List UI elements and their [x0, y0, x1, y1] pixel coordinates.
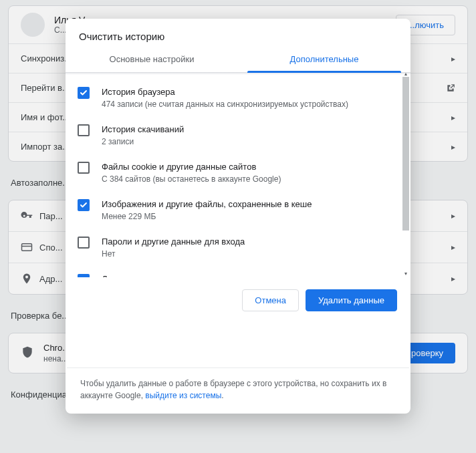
cancel-button[interactable]: Отмена — [242, 289, 299, 311]
dialog-title: Очистить историю — [66, 19, 410, 46]
options-scroll[interactable]: ▴ История браузера474 записи (не считая … — [66, 73, 410, 277]
option-title: История браузера — [102, 86, 401, 98]
modal-overlay: Очистить историю Основные настройки Допо… — [0, 0, 476, 453]
dialog-actions: Отмена Удалить данные — [66, 277, 410, 317]
scroll-down-icon[interactable]: ▾ — [402, 271, 409, 277]
option-title: Изображения и другие файлы, сохраненные … — [102, 198, 401, 210]
clear-data-dialog: Очистить историю Основные настройки Допо… — [66, 19, 410, 414]
option-row: История скачиваний2 записи — [78, 117, 401, 154]
option-title: Данные для автозаполнения — [102, 273, 401, 277]
checkbox[interactable] — [78, 237, 90, 249]
checkbox[interactable] — [78, 199, 90, 211]
option-row: Данные для автозаполнения12 вариантов (д… — [78, 267, 401, 277]
option-sub: С 384 сайтов (вы останетесь в аккаунте G… — [102, 174, 401, 185]
dialog-footer: Чтобы удалить данные о работе в браузере… — [67, 367, 409, 414]
option-sub: Менее 229 МБ — [102, 211, 401, 222]
option-title: История скачиваний — [102, 124, 401, 136]
option-row: Пароли и другие данные для входаНет — [78, 229, 401, 267]
confirm-button[interactable]: Удалить данные — [306, 289, 397, 311]
checkbox[interactable] — [78, 87, 90, 99]
option-title: Пароли и другие данные для входа — [102, 236, 401, 248]
option-sub: Нет — [102, 249, 401, 260]
option-sub: 474 записи (не считая данных на синхрони… — [102, 99, 401, 110]
signout-link[interactable]: выйдите из системы — [145, 391, 221, 400]
tab-basic[interactable]: Основные настройки — [66, 46, 238, 72]
option-title: Файлы cookie и другие данные сайтов — [102, 161, 401, 173]
scrollbar-thumb[interactable] — [402, 77, 409, 231]
option-row: Файлы cookie и другие данные сайтовС 384… — [78, 154, 401, 192]
option-row: Изображения и другие файлы, сохраненные … — [78, 192, 401, 229]
checkbox[interactable] — [78, 124, 90, 136]
checkbox[interactable] — [78, 274, 90, 277]
option-row: История браузера474 записи (не считая да… — [78, 80, 401, 117]
tab-advanced[interactable]: Дополнительные — [238, 46, 410, 72]
dialog-tabs: Основные настройки Дополнительные — [66, 46, 410, 73]
checkbox[interactable] — [78, 162, 90, 174]
option-sub: 2 записи — [102, 136, 401, 148]
